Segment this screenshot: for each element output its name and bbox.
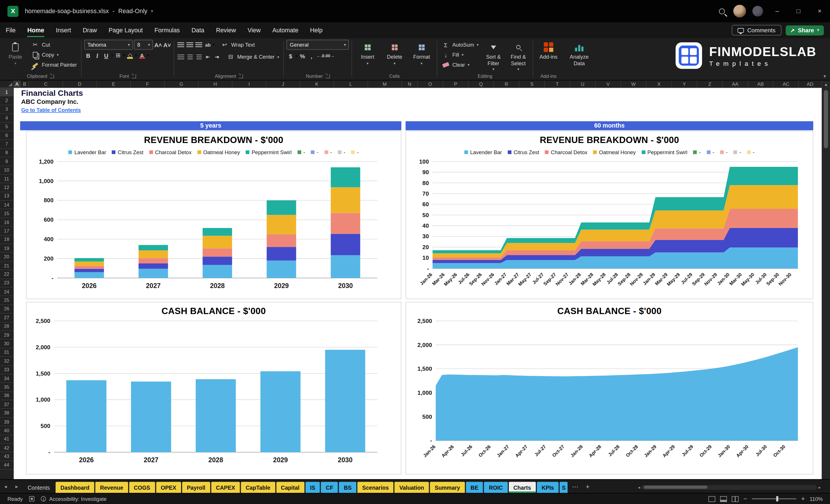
decrease-font-size-button[interactable]: A˅ [163,41,171,49]
copy-button[interactable]: Copy ▾ [30,50,78,60]
column-header-W[interactable]: W [621,81,646,87]
orientation-button[interactable]: ab [204,41,212,49]
row-header-6[interactable]: 6 [0,131,13,140]
sheet-tab-capex[interactable]: CAPEX [211,482,240,493]
column-header-M[interactable]: M [368,81,402,87]
row-header-5[interactable]: 5 [0,123,13,131]
chevron-down-icon[interactable]: ▾ [213,43,215,47]
zoom-slider-thumb[interactable] [776,496,778,502]
cut-button[interactable]: ✂ Cut [30,40,78,50]
row-header-33[interactable]: 33 [0,366,13,374]
column-header-B[interactable]: B [21,81,29,87]
sheet-tab-captable[interactable]: CapTable [241,482,275,493]
column-header-V[interactable]: V [596,81,621,87]
italic-button[interactable]: I [93,52,101,60]
row-header-2[interactable]: 2 [0,97,13,105]
increase-font-size-button[interactable]: A˄ [154,41,162,49]
scroll-left-icon[interactable]: ◂ [638,485,640,490]
column-header-Q[interactable]: Q [469,81,494,87]
row-header-37[interactable]: 37 [0,401,13,409]
font-size-select[interactable]: 8▾ [134,40,153,50]
column-header-K[interactable]: K [300,81,334,87]
font-color-button[interactable]: A [138,52,146,60]
menu-tab-view[interactable]: View [242,22,266,38]
format-cells-button[interactable]: Format ▾ [409,40,435,65]
column-header-N[interactable]: N [402,81,418,87]
worksheet[interactable]: Financial Charts ABC Company Inc. Go to … [14,88,822,479]
zoom-level[interactable]: 110% [810,496,823,502]
sheet-tab-roic[interactable]: ROIC [484,482,508,493]
menu-tab-automate[interactable]: Automate [266,22,304,38]
column-header-J[interactable]: J [266,81,300,87]
row-header-44[interactable]: 44 [0,461,13,470]
new-sheet-button[interactable]: + [582,480,593,493]
maximize-button[interactable]: □ [788,0,809,22]
sheet-tab-s[interactable]: S [560,482,568,493]
decrease-indent-button[interactable]: ⇤ [204,53,212,61]
excel-app-icon[interactable]: X [7,5,19,17]
sheet-tab-kpis[interactable]: KPIs [537,482,559,493]
column-header-H[interactable]: H [198,81,232,87]
row-header-36[interactable]: 36 [0,391,13,400]
find-select-button[interactable]: Find & Select ▾ [507,40,530,71]
row-header-34[interactable]: 34 [0,374,13,383]
column-header-O[interactable]: O [418,81,443,87]
minimize-button[interactable]: – [767,0,788,22]
column-header-G[interactable]: G [165,81,198,87]
row-header-38[interactable]: 38 [0,409,13,418]
zoom-out-button[interactable]: − [743,495,747,503]
collapse-ribbon-icon[interactable]: ▾ [823,73,826,79]
chevron-down-icon[interactable]: ▾ [111,53,113,58]
page-break-view-icon[interactable] [732,496,739,502]
sheet-tab-cogs[interactable]: COGS [129,482,155,493]
menu-tab-formulas[interactable]: Formulas [149,22,186,38]
row-header-41[interactable]: 41 [0,435,13,444]
merge-center-button[interactable]: ⊟ Merge & Center ▾ [225,52,281,62]
select-all-corner[interactable] [0,81,14,88]
row-header-9[interactable]: 9 [0,157,13,166]
dialog-launcher-icon[interactable] [132,74,136,78]
menu-tab-home[interactable]: Home [22,22,50,38]
column-header-AD[interactable]: AD [799,81,822,87]
middle-align-button[interactable] [186,41,194,49]
column-header-P[interactable]: P [443,81,469,87]
row-header-27[interactable]: 27 [0,314,13,322]
bottom-align-button[interactable] [195,41,203,49]
menu-tab-data[interactable]: Data [186,22,210,38]
column-header-T[interactable]: T [545,81,570,87]
comments-button[interactable]: Comments [732,25,781,35]
bold-button[interactable]: B [84,52,92,60]
column-header-AA[interactable]: AA [723,81,748,87]
row-header-29[interactable]: 29 [0,331,13,340]
column-header-A[interactable]: A [14,81,21,87]
page-layout-view-icon[interactable] [720,496,727,502]
chevron-down-icon[interactable]: ▾ [123,53,125,58]
column-header-AB[interactable]: AB [748,81,774,87]
borders-button[interactable]: ⊞ [114,52,122,60]
column-header-R[interactable]: R [494,81,519,87]
column-header-C[interactable]: C [29,81,63,87]
sheet-tab-be[interactable]: BE [466,482,483,493]
analyze-data-button[interactable]: Analyze Data [567,40,592,66]
top-align-button[interactable] [177,41,185,49]
menu-tab-draw[interactable]: Draw [77,22,103,38]
row-header-15[interactable]: 15 [0,209,13,218]
horizontal-scroll-thumb[interactable] [644,486,707,489]
row-header-18[interactable]: 18 [0,235,13,244]
macro-record-icon[interactable] [29,496,35,502]
row-header-19[interactable]: 19 [0,244,13,253]
sheet-tab-revenue[interactable]: Revenue [95,482,128,493]
scroll-right-icon[interactable]: ▸ [819,485,821,490]
autosum-button[interactable]: Σ AutoSum ▾ [440,40,480,50]
vertical-scrollbar[interactable]: ▲ [822,81,830,479]
column-header-X[interactable]: X [646,81,672,87]
align-center-button[interactable] [186,53,194,61]
number-format-select[interactable]: General▾ [287,40,349,50]
column-header-D[interactable]: D [63,81,97,87]
align-left-button[interactable] [177,53,185,61]
sheet-tab-cf[interactable]: CF [321,482,338,493]
column-header-AC[interactable]: AC [774,81,799,87]
row-header-7[interactable]: 7 [0,140,13,149]
dialog-launcher-icon[interactable] [238,74,243,78]
percent-style-button[interactable]: % [298,52,307,60]
